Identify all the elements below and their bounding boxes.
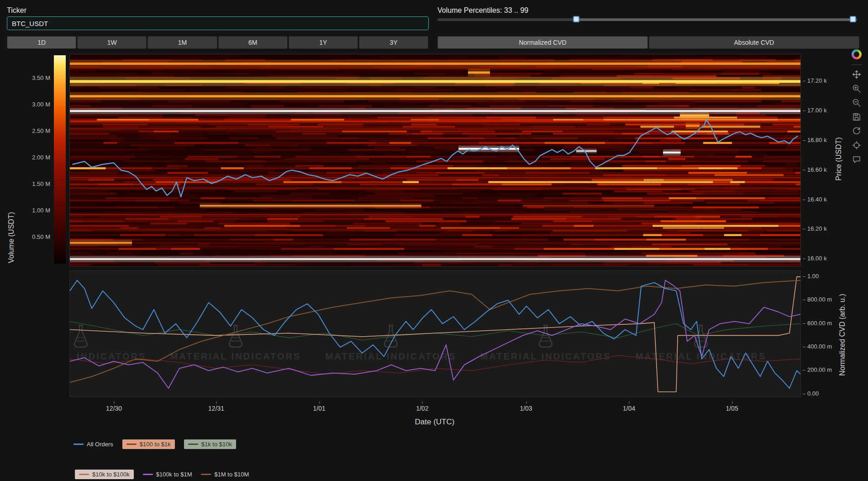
heatmap-canvas[interactable] xyxy=(70,54,800,266)
date-tick-12-30: 12/30 xyxy=(106,405,122,412)
legend-label: $1M to $10M xyxy=(214,471,249,478)
percentile-slider-label: Volume Percentiles: 33 .. 99 xyxy=(437,6,528,15)
date-tick-1-04: 1/04 xyxy=(623,405,635,412)
volume-tick-3-00-m: 3.00 M xyxy=(4,101,50,108)
bokeh-toolbar xyxy=(850,49,863,164)
volume-tick-2-00-m: 2.00 M xyxy=(4,154,50,161)
legend-swatch xyxy=(74,444,84,445)
legend-item-10k-to-100k[interactable]: $10k to $100k xyxy=(75,470,134,479)
heatmap-plot[interactable] xyxy=(69,54,801,267)
price-tick-17-20-k: 17.20 k xyxy=(807,77,827,84)
legend-label: $10k to $100k xyxy=(92,471,130,478)
legend-item-100-to-1k[interactable]: $100 to $1k xyxy=(122,439,175,449)
time-range-buttons: 1D1W1M6M1Y3Y xyxy=(7,36,428,49)
cvd-canvas[interactable] xyxy=(70,271,800,396)
legend-row-1: All Orders$100 to $1k$1k to $10k xyxy=(74,439,236,449)
legend-label: $100k to $1M xyxy=(156,471,192,478)
volume-tick-2-50-m: 2.50 M xyxy=(4,127,50,134)
legend-label: $1k to $10k xyxy=(201,441,232,448)
save-icon[interactable] xyxy=(852,112,861,122)
price-axis-ticks: 17.20 k17.00 k16.80 k16.60 k16.40 k16.20… xyxy=(803,54,857,266)
cvd-tick-400-00-m: 400.00 m xyxy=(807,343,832,350)
range-button-1d[interactable]: 1D xyxy=(7,36,76,49)
date-axis-title: Date (UTC) xyxy=(415,418,455,427)
cvd-axis-title: Normalized CVD (arb. u.) xyxy=(838,294,847,376)
legend-label: All Orders xyxy=(87,441,113,448)
legend-item-all-orders[interactable]: All Orders xyxy=(74,441,113,448)
range-button-1y[interactable]: 1Y xyxy=(289,36,358,49)
price-tick-16-80-k: 16.80 k xyxy=(807,137,827,143)
legend-swatch xyxy=(79,474,89,475)
cvd-tick-1-00: 1.00 xyxy=(807,273,819,280)
legend-label: $100 to $1k xyxy=(140,441,171,448)
cvd-tick-600-00-m: 600.00 m xyxy=(807,320,832,327)
crosshair-icon[interactable] xyxy=(852,141,861,150)
range-button-1w[interactable]: 1W xyxy=(77,36,147,49)
date-tick-12-31: 12/31 xyxy=(208,405,224,412)
date-axis-ticks: 12/3012/311/011/021/031/041/05 xyxy=(69,405,800,414)
cvd-plot[interactable]: MATERIAL INDICATORSMATERIAL INDICATORSMA… xyxy=(69,270,801,397)
hover-icon[interactable] xyxy=(852,155,861,164)
pan-icon[interactable] xyxy=(852,70,861,79)
range-button-1m[interactable]: 1M xyxy=(147,36,217,49)
price-tick-17-00-k: 17.00 k xyxy=(807,107,827,114)
cvd-button-normalized-cvd[interactable]: Normalized CVD xyxy=(437,36,648,49)
volume-percentile-slider[interactable] xyxy=(437,16,857,23)
slider-handle-low[interactable] xyxy=(573,16,579,22)
legend-swatch xyxy=(143,474,153,475)
legend-item-100k-to-1m[interactable]: $100k to $1M xyxy=(143,471,192,478)
firecharts-app: Ticker Volume Percentiles: 33 .. 99 1D1W… xyxy=(0,0,868,481)
reset-icon[interactable] xyxy=(852,127,861,136)
price-axis-title: Price (USDT) xyxy=(835,137,843,180)
price-tick-16-20-k: 16.20 k xyxy=(807,225,827,232)
price-tick-16-60-k: 16.60 k xyxy=(807,166,827,173)
date-tick-1-01: 1/01 xyxy=(313,405,326,412)
slider-handle-high[interactable] xyxy=(850,16,856,22)
wheel-zoom-icon[interactable] xyxy=(852,98,861,107)
volume-colorbar xyxy=(54,55,66,264)
price-tick-16-40-k: 16.40 k xyxy=(807,196,827,203)
cvd-tick-800-00-m: 800.00 m xyxy=(807,296,832,303)
cvd-tick-200-00-m: 200.00 m xyxy=(807,366,832,373)
legend-swatch xyxy=(188,444,198,445)
range-button-6m[interactable]: 6M xyxy=(218,36,288,49)
cvd-button-absolute-cvd[interactable]: Absolute CVD xyxy=(649,36,859,49)
legend-swatch xyxy=(201,474,211,475)
legend-row-2: $10k to $100k$100k to $1M$1M to $10M xyxy=(75,469,249,480)
bokeh-logo-icon[interactable] xyxy=(852,49,862,59)
cvd-tick-0-00: 0.00 xyxy=(807,390,819,397)
box-zoom-icon[interactable] xyxy=(852,84,861,93)
volume-axis-title: Volume (USDT) xyxy=(7,212,16,263)
date-tick-1-05: 1/05 xyxy=(726,405,738,412)
slider-range-fill xyxy=(576,18,853,21)
cvd-axis-ticks: 1.00800.00 m600.00 m400.00 m200.00 m0.00 xyxy=(803,270,857,396)
volume-tick-3-50-m: 3.50 M xyxy=(4,74,50,81)
ticker-label: Ticker xyxy=(7,6,26,15)
volume-tick-1-50-m: 1.50 M xyxy=(4,180,50,187)
legend-swatch xyxy=(126,444,137,445)
legend-item-1k-to-10k[interactable]: $1k to $10k xyxy=(184,439,236,449)
legend-item-1m-to-10m[interactable]: $1M to $10M xyxy=(201,471,249,478)
toolbar-divider xyxy=(852,64,862,65)
ticker-input[interactable] xyxy=(7,16,429,30)
date-tick-1-03: 1/03 xyxy=(520,405,532,412)
date-tick-1-02: 1/02 xyxy=(416,405,428,412)
price-tick-16-00-k: 16.00 k xyxy=(807,255,827,262)
cvd-mode-buttons: Normalized CVDAbsolute CVD xyxy=(437,36,859,49)
range-button-3y[interactable]: 3Y xyxy=(359,36,428,49)
